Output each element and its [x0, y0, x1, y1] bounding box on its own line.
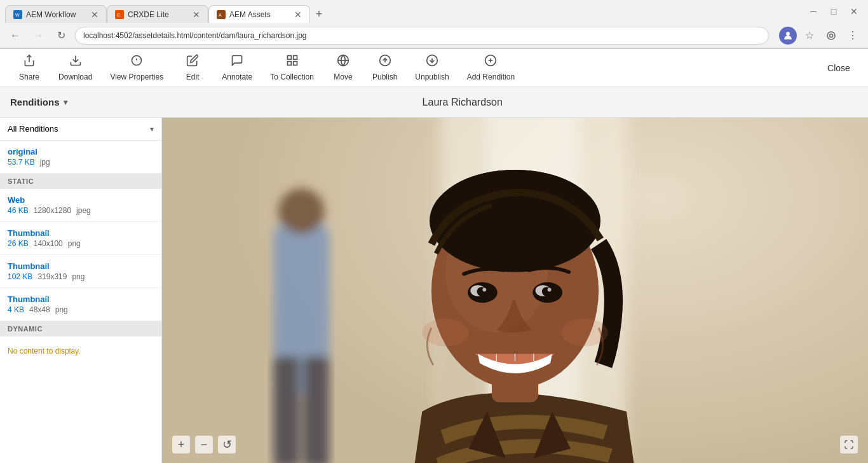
list-item[interactable]: Thumbnail 26 KB 140x100 png — [0, 222, 161, 255]
tab-aem-workflow[interactable]: W AEM Workflow ✕ — [5, 5, 107, 23]
renditions-sidebar: All Renditions ▾ original 53.7 KB jpg ST… — [0, 118, 162, 463]
aem-assets-favicon: A — [217, 10, 226, 19]
svg-point-29 — [278, 188, 325, 235]
renditions-title-button[interactable]: Renditions ▾ — [10, 97, 67, 107]
fullscreen-button[interactable] — [840, 436, 858, 453]
svg-point-46 — [548, 288, 552, 292]
svg-point-50 — [422, 319, 468, 347]
maximize-button[interactable]: □ — [825, 3, 843, 20]
download-label: Download — [58, 73, 92, 81]
rendition-size: 26 KB — [8, 239, 29, 248]
aem-workflow-favicon: W — [13, 10, 22, 19]
tab-crxde-lite[interactable]: C CRXDE Lite ✕ — [107, 5, 208, 23]
rendition-meta: 46 KB 1280x1280 jpeg — [8, 206, 154, 215]
tab-aem-assets[interactable]: A AEM Assets ✕ — [208, 5, 310, 23]
rendition-format: jpg — [40, 158, 50, 167]
to-collection-button[interactable]: To Collection — [262, 49, 322, 86]
settings-circle-button[interactable] — [822, 27, 840, 45]
svg-text:W: W — [15, 13, 20, 17]
tab-crxde-close[interactable]: ✕ — [193, 10, 200, 20]
edit-button[interactable]: Edit — [173, 49, 212, 86]
unpublish-button[interactable]: Unpublish — [407, 49, 456, 86]
list-item[interactable]: Thumbnail 4 KB 48x48 png — [0, 288, 161, 321]
svg-rect-16 — [287, 62, 291, 66]
publish-label: Publish — [372, 73, 397, 81]
svg-rect-14 — [287, 56, 291, 60]
svg-point-8 — [830, 34, 833, 37]
refresh-button[interactable]: ↻ — [52, 27, 70, 45]
publish-button[interactable]: Publish — [365, 49, 405, 86]
rendition-size: 53.7 KB — [8, 158, 35, 167]
svg-point-6 — [786, 32, 790, 36]
edit-label: Edit — [186, 73, 200, 81]
rendition-name: original — [8, 147, 154, 156]
new-tab-button[interactable]: + — [310, 5, 328, 23]
add-rendition-label: Add Rendition — [467, 73, 515, 81]
svg-rect-31 — [303, 356, 329, 463]
zoom-out-button[interactable]: − — [195, 436, 213, 453]
view-properties-button[interactable]: View Properties — [102, 49, 171, 86]
rendition-dims: 319x319 — [37, 272, 67, 281]
rendition-dims: 140x100 — [34, 239, 63, 248]
list-item[interactable]: Thumbnail 102 KB 319x319 png — [0, 255, 161, 288]
crxde-favicon: C — [115, 10, 124, 19]
address-bar-row: ← → ↻ ☆ ⋮ — [0, 23, 868, 48]
tab-aem-assets-close[interactable]: ✕ — [294, 10, 302, 20]
all-renditions-label: All Renditions — [8, 124, 58, 134]
aem-toolbar: Share Download View Properties Edit Anno… — [0, 49, 868, 87]
rendition-name: Thumbnail — [8, 228, 154, 238]
list-item[interactable]: original 53.7 KB jpg — [0, 141, 161, 174]
rendition-dims: 1280x1280 — [34, 206, 71, 215]
body-split: All Renditions ▾ original 53.7 KB jpg ST… — [0, 118, 868, 463]
move-icon — [337, 54, 349, 70]
annotate-button[interactable]: Annotate — [214, 49, 260, 86]
rendition-size: 46 KB — [8, 206, 29, 215]
add-rendition-icon — [484, 54, 497, 70]
back-button[interactable]: ← — [6, 27, 24, 45]
download-button[interactable]: Download — [51, 49, 100, 86]
more-options-button[interactable]: ⋮ — [844, 27, 862, 45]
rendition-format: png — [55, 305, 68, 314]
zoom-controls: + − ↺ — [172, 436, 236, 453]
annotate-icon — [231, 54, 243, 70]
rendition-format: png — [68, 239, 81, 248]
move-label: Move — [334, 73, 352, 81]
share-button[interactable]: Share — [10, 49, 48, 86]
user-account-button[interactable] — [779, 27, 797, 45]
svg-rect-15 — [293, 56, 297, 60]
close-button[interactable]: Close — [820, 58, 858, 78]
rendition-name: Thumbnail — [8, 294, 154, 304]
svg-text:A: A — [219, 13, 222, 17]
rendition-meta: 53.7 KB jpg — [8, 158, 154, 167]
download-icon — [69, 54, 82, 70]
close-window-button[interactable]: ✕ — [845, 3, 863, 20]
tab-aem-workflow-close[interactable]: ✕ — [91, 10, 98, 20]
forward-button[interactable]: → — [29, 27, 47, 45]
minimize-button[interactable]: ─ — [804, 3, 822, 20]
zoom-in-button[interactable]: + — [172, 436, 190, 453]
add-rendition-button[interactable]: Add Rendition — [459, 49, 522, 86]
no-content-message: No content to display. — [0, 336, 161, 366]
rendition-meta: 102 KB 319x319 png — [8, 272, 154, 281]
svg-point-7 — [827, 32, 835, 39]
tab-crxde-label: CRXDE Lite — [128, 10, 169, 19]
to-collection-label: To Collection — [270, 73, 314, 81]
rendition-name: Thumbnail — [8, 261, 154, 271]
zoom-reset-button[interactable]: ↺ — [218, 436, 236, 453]
asset-name: Laura Richardson — [67, 97, 858, 108]
view-properties-label: View Properties — [110, 73, 163, 81]
svg-rect-17 — [293, 62, 297, 66]
address-input[interactable] — [75, 27, 769, 45]
view-properties-icon — [130, 54, 143, 70]
bookmark-button[interactable]: ☆ — [801, 27, 818, 45]
share-label: Share — [19, 73, 39, 81]
window-controls: ─ □ ✕ — [799, 3, 868, 20]
list-item[interactable]: Web 46 KB 1280x1280 jpeg — [0, 189, 161, 222]
to-collection-icon — [286, 54, 299, 70]
edit-icon — [186, 54, 199, 70]
all-renditions-dropdown[interactable]: All Renditions ▾ — [0, 118, 161, 141]
unpublish-label: Unpublish — [415, 73, 449, 81]
move-button[interactable]: Move — [324, 49, 362, 86]
preview-area: + − ↺ — [162, 118, 868, 463]
svg-text:C: C — [117, 13, 120, 17]
